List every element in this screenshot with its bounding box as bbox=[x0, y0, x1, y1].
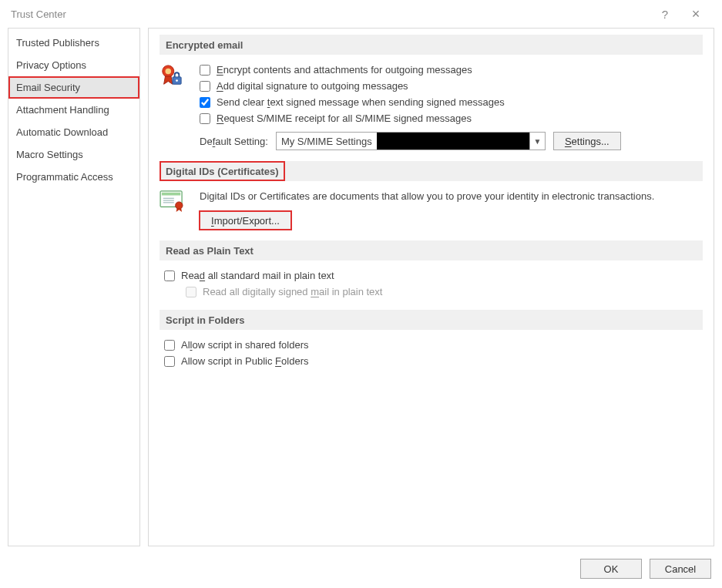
clear-text-checkbox[interactable]: Send clear text signed message when send… bbox=[200, 96, 703, 108]
read-all-plain-label: Read all standard mail in plain text bbox=[181, 270, 334, 281]
trust-center-dialog: Trust Center ? × Trusted Publishers Priv… bbox=[0, 0, 722, 588]
section-encrypted-email-header: Encrypted email bbox=[160, 35, 703, 55]
read-signed-plain-checkbox[interactable]: Read all digitally signed mail in plain … bbox=[164, 286, 703, 297]
chevron-down-icon[interactable]: ▼ bbox=[529, 133, 545, 150]
smime-receipt-checkbox[interactable]: Request S/MIME receipt for all S/MIME si… bbox=[200, 113, 703, 124]
clear-text-label: Send clear text signed message when send… bbox=[217, 96, 505, 108]
category-sidebar: Trusted Publishers Privacy Options Email… bbox=[8, 28, 140, 546]
section-plain-text-header: Read as Plain Text bbox=[160, 240, 703, 260]
sidebar-item-programmatic-access[interactable]: Programmatic Access bbox=[8, 166, 139, 188]
titlebar: Trust Center ? × bbox=[0, 0, 722, 28]
cancel-button[interactable]: Cancel bbox=[650, 559, 711, 579]
sidebar-item-email-security[interactable]: Email Security bbox=[8, 76, 139, 99]
dialog-footer: OK Cancel bbox=[0, 554, 722, 588]
script-shared-checkbox[interactable]: Allow script in shared folders bbox=[164, 339, 703, 351]
ok-button[interactable]: OK bbox=[580, 559, 642, 579]
add-signature-label: Add digital signature to outgoing messag… bbox=[217, 80, 408, 92]
close-button[interactable]: × bbox=[680, 6, 711, 22]
section-script-header: Script in Folders bbox=[160, 310, 703, 330]
import-export-button[interactable]: Import/Export... bbox=[200, 211, 291, 230]
sidebar-item-privacy-options[interactable]: Privacy Options bbox=[8, 54, 139, 76]
help-button[interactable]: ? bbox=[650, 8, 680, 21]
sidebar-item-macro-settings[interactable]: Macro Settings bbox=[8, 143, 139, 166]
sidebar-item-attachment-handling[interactable]: Attachment Handling bbox=[8, 99, 139, 121]
svg-point-3 bbox=[176, 79, 178, 82]
script-shared-label: Allow script in shared folders bbox=[181, 339, 308, 351]
svg-rect-5 bbox=[162, 193, 180, 196]
svg-point-1 bbox=[166, 69, 172, 75]
certificate-icon bbox=[160, 190, 184, 212]
script-public-label: Allow script in Public Folders bbox=[181, 355, 308, 367]
encrypt-label: Encrypt contents and attachments for out… bbox=[217, 64, 472, 76]
read-signed-plain-label: Read all digitally signed mail in plain … bbox=[203, 286, 382, 297]
default-setting-label: Default Setting: bbox=[200, 136, 268, 147]
window-title: Trust Center bbox=[11, 8, 650, 20]
redacted-area bbox=[377, 133, 529, 150]
section-digital-ids-header-bg: Digital IDs (Certificates) bbox=[160, 161, 703, 181]
content-panel: Encrypted email Encrypt conten bbox=[148, 28, 714, 546]
digital-ids-description: Digital IDs or Certificates are document… bbox=[200, 190, 703, 202]
encrypt-checkbox[interactable]: Encrypt contents and attachments for out… bbox=[200, 64, 703, 76]
sidebar-item-trusted-publishers[interactable]: Trusted Publishers bbox=[8, 32, 139, 54]
sidebar-item-automatic-download[interactable]: Automatic Download bbox=[8, 121, 139, 143]
add-signature-checkbox[interactable]: Add digital signature to outgoing messag… bbox=[200, 80, 703, 92]
settings-button[interactable]: Settings... bbox=[553, 132, 621, 150]
default-setting-combo[interactable]: My S/MIME Settings ▼ bbox=[276, 132, 546, 150]
default-setting-value: My S/MIME Settings bbox=[277, 136, 377, 147]
smime-receipt-label: Request S/MIME receipt for all S/MIME si… bbox=[217, 113, 472, 124]
section-digital-ids-header: Digital IDs (Certificates) bbox=[160, 161, 285, 181]
script-public-checkbox[interactable]: Allow script in Public Folders bbox=[164, 355, 703, 367]
read-all-plain-checkbox[interactable]: Read all standard mail in plain text bbox=[164, 270, 703, 281]
svg-point-9 bbox=[176, 202, 183, 209]
ribbon-lock-icon bbox=[160, 64, 183, 87]
